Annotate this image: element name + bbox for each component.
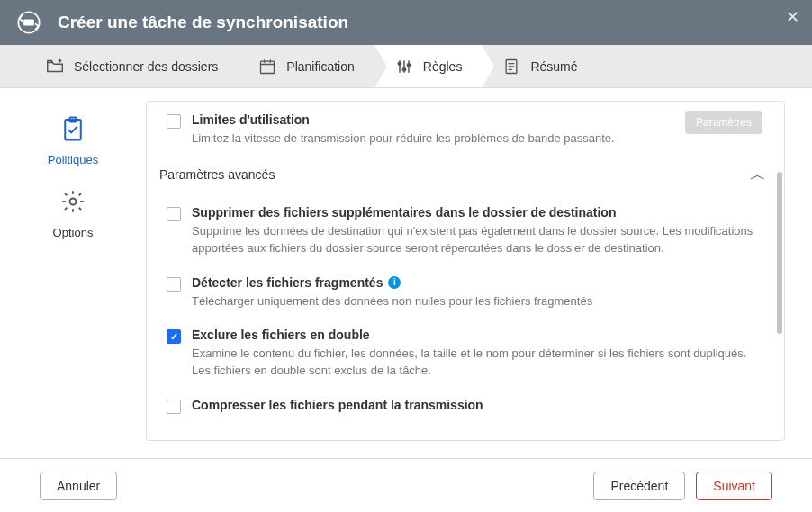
svg-point-5 (407, 63, 410, 66)
step-select-folders[interactable]: Sélectionner des dossiers (25, 45, 238, 87)
section-title: Paramètres avancés (159, 167, 275, 182)
svg-rect-1 (23, 20, 34, 26)
checkbox-exclude-duplicates[interactable] (167, 329, 181, 344)
sidebar-item-policies[interactable]: Politiques (0, 101, 146, 174)
sidebar: Politiques Options (0, 88, 146, 458)
checkbox-usage-limits[interactable] (167, 114, 181, 129)
option-desc: Télécharger uniquement des données non n… (192, 293, 764, 310)
folder-icon (45, 57, 65, 76)
previous-button[interactable]: Précédent (593, 472, 685, 500)
option-title: Compresser les fichiers pendant la trans… (192, 398, 764, 412)
svg-rect-2 (261, 61, 275, 73)
wizard-steps: Sélectionner des dossiers Planification … (0, 45, 812, 88)
main-area: Politiques Options Paramètres Limites d'… (0, 88, 812, 458)
option-delete-extra-files: Supprimer des fichiers supplémentaires d… (147, 194, 784, 265)
advanced-section-header[interactable]: Paramètres avancés ︿ (147, 155, 784, 194)
option-exclude-duplicates: Exclure les fichiers en double Examine l… (147, 317, 784, 387)
step-label: Résumé (530, 59, 577, 74)
step-label: Règles (423, 59, 463, 74)
scrollbar[interactable] (777, 109, 782, 433)
option-compress-transfer: Compresser les fichiers pendant la trans… (147, 387, 784, 423)
step-label: Planification (286, 59, 355, 74)
next-button[interactable]: Suivant (696, 472, 772, 500)
sync-icon (14, 8, 43, 37)
close-icon[interactable]: ✕ (786, 9, 799, 25)
option-title: Supprimer des fichiers supplémentaires d… (192, 205, 764, 220)
calendar-icon (257, 57, 277, 76)
checkbox-delete-extra[interactable] (167, 207, 181, 221)
window-title: Créer une tâche de synchronisation (58, 13, 348, 32)
content: Paramètres Limites d'utilisation Limitez… (146, 88, 812, 458)
option-desc: Supprime les données de destination qui … (192, 223, 764, 257)
sidebar-item-label: Options (53, 226, 94, 239)
option-desc: Examine le contenu du fichier, les donné… (192, 346, 764, 380)
step-summary[interactable]: Résumé (482, 45, 597, 87)
cancel-button[interactable]: Annuler (40, 472, 117, 500)
option-title: Exclure les fichiers en double (192, 328, 764, 342)
parameters-button: Paramètres (685, 111, 762, 134)
sidebar-item-label: Politiques (48, 153, 98, 166)
titlebar: Créer une tâche de synchronisation ✕ (0, 0, 812, 45)
option-title: Limites d'utilisation (192, 112, 764, 127)
option-desc: Limitez la vitesse de transmission pour … (192, 130, 764, 148)
settings-panel: Paramètres Limites d'utilisation Limitez… (146, 101, 785, 441)
step-schedule[interactable]: Planification (238, 45, 374, 87)
gear-icon (58, 186, 88, 217)
option-detect-fragmented: Détecter les fichiers fragmentés i Téléc… (147, 265, 784, 318)
option-title: Détecter les fichiers fragmentés i (192, 275, 764, 290)
svg-point-4 (402, 67, 405, 70)
clipboard-icon (58, 113, 88, 144)
svg-point-9 (70, 199, 77, 205)
step-label: Sélectionner des dossiers (74, 59, 218, 74)
chevron-up-icon[interactable]: ︿ (750, 164, 766, 185)
svg-point-3 (398, 62, 401, 65)
checkbox-detect-fragmented[interactable] (167, 277, 181, 292)
scrollbar-thumb[interactable] (777, 172, 782, 334)
footer: Annuler Précédent Suivant (0, 458, 812, 512)
sliders-icon (394, 57, 414, 76)
step-rules[interactable]: Règles (374, 45, 483, 87)
info-icon[interactable]: i (388, 276, 401, 289)
document-icon (501, 57, 521, 76)
sidebar-item-options[interactable]: Options (0, 174, 146, 247)
checkbox-compress[interactable] (167, 400, 181, 414)
